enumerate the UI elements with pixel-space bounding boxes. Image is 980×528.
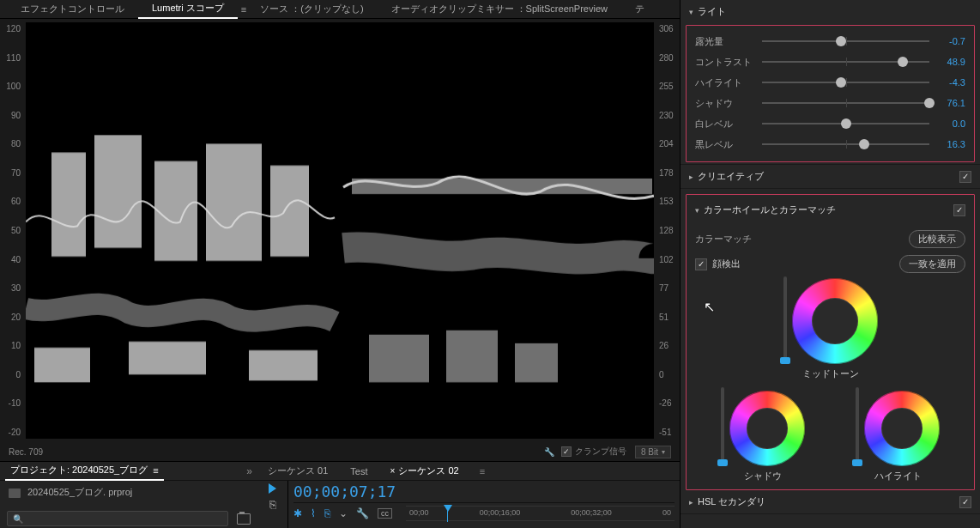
section-color-wheels[interactable]: ▾ カラーホイールとカラーマッチ ✓	[687, 195, 974, 222]
scope-rec-label: Rec. 709	[9, 447, 43, 457]
midtone-luma-slider[interactable]	[783, 276, 787, 364]
project-panel: プロジェクト: 20240525_ブログ≡ » 20240525_ブログ. pr…	[0, 462, 257, 528]
folder-icon	[9, 489, 21, 498]
linked-selection-icon[interactable]: ⌇	[311, 507, 316, 519]
marker-icon[interactable]: ⎘	[324, 507, 330, 519]
slider-label: ハイライト	[695, 76, 755, 89]
shadows-slider[interactable]: シャドウ76.1	[695, 93, 965, 113]
compare-view-button[interactable]: 比較表示	[909, 230, 965, 248]
blacks-slider[interactable]: 黒レベル16.3	[695, 134, 965, 155]
chevron-right-icon: ▸	[689, 173, 698, 181]
tab-project[interactable]: プロジェクト: 20240525_ブログ≡	[5, 461, 164, 481]
shadow-luma-slider[interactable]	[721, 387, 724, 466]
tab-lumetri-scope[interactable]: Lumetri スコープ	[138, 0, 238, 19]
section-light[interactable]: ▾ ライト	[681, 0, 980, 23]
tab-sequence-01[interactable]: シーケンス 01	[263, 462, 333, 480]
slider-label: 露光量	[695, 35, 755, 48]
slider-label: 黒レベル	[695, 138, 755, 151]
chevron-right-icon: ▸	[689, 498, 698, 507]
wrench-icon[interactable]: 🔧	[356, 507, 369, 519]
playhead-icon[interactable]	[444, 505, 452, 512]
project-filename: 20240525_ブログ. prproj	[27, 486, 132, 499]
waveform-scope	[26, 22, 654, 439]
tab-audio-mixer[interactable]: オーディオクリップミキサー ：SplitScreenPreview	[378, 0, 621, 18]
tab-effect-controls[interactable]: エフェクトコントロール	[7, 0, 138, 18]
contrast-slider[interactable]: コントラスト48.9	[695, 52, 965, 72]
svg-rect-9	[369, 335, 429, 383]
tab-source[interactable]: ソース ：(クリップなし)	[246, 0, 377, 18]
scope-axis-right: 306280255 230204178 153128102 775126 0-2…	[656, 22, 680, 439]
svg-rect-1	[94, 135, 142, 247]
panel-menu-icon[interactable]: ≡	[480, 466, 485, 476]
slider-label: コントラスト	[695, 56, 755, 69]
clamp-signal-checkbox[interactable]: ✓クランプ信号	[561, 446, 626, 458]
color-wheels-enable-checkbox[interactable]: ✓	[953, 204, 965, 216]
timeline-ruler[interactable]: 00;00 00;00;16;00 00;00;32;00 00	[406, 506, 675, 521]
wheel-label-highlight: ハイライト	[874, 470, 922, 482]
tab-test[interactable]: Test	[345, 464, 372, 479]
slider-value[interactable]: 0.0	[936, 118, 965, 129]
face-detect-checkbox[interactable]: ✓顔検出	[695, 258, 741, 270]
cc-icon[interactable]: cc	[378, 508, 392, 519]
snap-icon[interactable]: ✱	[293, 507, 302, 519]
section-hsl-secondary[interactable]: ▸ HSL セカンダリ ✓	[681, 490, 980, 513]
wheel-label-shadow: シャドウ	[744, 470, 782, 482]
close-icon[interactable]: ×	[390, 466, 395, 476]
chevron-down-icon: ▾	[662, 448, 665, 456]
svg-rect-11	[515, 343, 558, 382]
timeline-panel: シーケンス 01 Test × シーケンス 02 ≡ ⎘ 00;00;07;17…	[257, 462, 680, 528]
midtone-color-wheel[interactable]	[792, 278, 878, 364]
svg-rect-0	[51, 153, 86, 257]
scope-settings-icon[interactable]: 🔧	[544, 447, 554, 457]
tool-icon[interactable]: ⌄	[339, 507, 348, 519]
svg-rect-10	[446, 331, 498, 383]
shadow-color-wheel[interactable]	[729, 391, 805, 466]
apply-match-button[interactable]: 一致を適用	[899, 255, 965, 273]
chevron-down-icon: ▾	[689, 8, 698, 16]
highlight-luma-slider[interactable]	[856, 387, 859, 466]
lumetri-color-panel: ▾ ライト 露光量-0.7コントラスト48.9ハイライト-4.3シャドウ76.1…	[680, 0, 980, 528]
slider-label: シャドウ	[695, 97, 755, 110]
chevron-down-icon: ▾	[695, 206, 704, 215]
expand-panels-icon[interactable]: »	[246, 465, 252, 477]
highlight-color-wheel[interactable]	[864, 391, 940, 466]
timecode-display[interactable]: 00;00;07;17	[293, 482, 675, 501]
svg-rect-3	[206, 143, 262, 260]
scope-axis-left: 120110100 908070 605040 302010 0-10-20	[0, 22, 24, 439]
svg-rect-6	[129, 342, 206, 374]
tab-sequence-02[interactable]: × シーケンス 02	[384, 462, 463, 480]
bit-depth-dropdown[interactable]: 8 Bit▾	[635, 446, 671, 458]
lumetri-scope-panel: 120110100 908070 605040 302010 0-10-20 3…	[0, 19, 680, 461]
hsl-enable-checkbox[interactable]: ✓	[959, 496, 971, 508]
wheel-label-midtone: ミッドトーン	[802, 367, 859, 380]
slider-value[interactable]: -4.3	[936, 77, 965, 88]
scope-panel-tabs: エフェクトコントロール Lumetri スコープ ≡ ソース ：(クリップなし)…	[0, 0, 680, 19]
svg-rect-2	[154, 161, 197, 261]
svg-rect-8	[352, 179, 652, 194]
whites-slider[interactable]: 白レベル0.0	[695, 113, 965, 134]
project-search-input[interactable]: 🔍	[7, 511, 228, 526]
slider-value[interactable]: 16.3	[936, 139, 965, 149]
svg-rect-7	[249, 350, 318, 380]
exposure-slider[interactable]: 露光量-0.7	[695, 31, 965, 52]
svg-rect-4	[270, 166, 309, 257]
color-match-label: カラーマッチ	[695, 233, 752, 246]
slider-label: 白レベル	[695, 118, 755, 130]
highlights-slider[interactable]: ハイライト-4.3	[695, 72, 965, 93]
panel-menu-icon[interactable]: ≡	[153, 465, 158, 476]
svg-rect-5	[34, 348, 90, 382]
slider-value[interactable]: 48.9	[936, 57, 965, 67]
insert-edit-icon[interactable]: ⎘	[269, 498, 276, 511]
creative-enable-checkbox[interactable]: ✓	[959, 171, 971, 183]
section-creative[interactable]: ▸ クリエイティブ ✓	[681, 165, 980, 188]
new-bin-icon[interactable]	[237, 513, 251, 525]
slider-value[interactable]: 76.1	[936, 98, 965, 108]
play-icon[interactable]	[269, 483, 276, 494]
tab-truncated[interactable]: テ	[621, 0, 658, 18]
slider-value[interactable]: -0.7	[936, 36, 965, 46]
